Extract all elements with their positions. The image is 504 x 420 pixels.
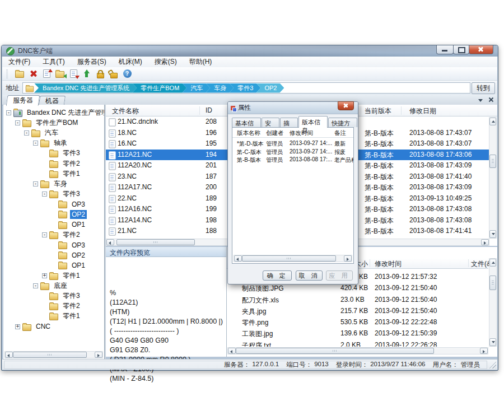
send-up-icon[interactable] [80,68,94,80]
col-creator[interactable]: 创建者 [266,129,284,137]
upload-file-icon[interactable] [40,68,53,80]
breadcrumb-segment[interactable]: 零件3 [229,83,260,93]
tree-item[interactable]: OP3 [3,199,104,209]
attachment-row[interactable]: 夹具.jpg 215.7 KB 2013-09-12 21:50:40 [227,306,488,317]
attachment-hscrollbar[interactable] [227,347,488,354]
dialog-tab[interactable]: 版本信息 [298,116,328,128]
tree-item[interactable]: - 汽车 [3,128,104,138]
help-icon[interactable] [120,68,134,80]
file-list-vscrollbar[interactable] [489,117,497,239]
menu-item[interactable]: 工具(T) [36,56,71,68]
attachment-row[interactable]: 子程序.txt 2.0 KB 2013-09-12 22:26:28 [227,340,488,347]
tree-hscrollbar[interactable] [4,351,103,358]
col-id[interactable]: ID [206,106,212,114]
tree-item-label: Bandex DNC 先进生产管理系统 [25,108,104,118]
tab-server[interactable]: 服务器 [6,95,40,106]
tree-item[interactable]: - 底座 [3,281,104,291]
menu-item[interactable]: 机床(M) [113,56,148,68]
col-modified-time[interactable]: 修改时间 [290,129,313,137]
title-bar[interactable]: DNC客户端 [2,45,498,57]
menu-item[interactable]: 搜索(S) [148,56,183,68]
tree-expander[interactable]: - [42,232,47,237]
delete-icon[interactable] [26,68,40,80]
file-version: 第-B-版本 [365,216,394,226]
dialog-close-button[interactable] [338,101,354,110]
close-button[interactable] [469,45,493,54]
col-current-version[interactable]: 当前版本 [365,106,391,116]
breadcrumb-segment[interactable]: 零件生产BOM [132,83,186,93]
attachment-row[interactable]: 工装图.jpg 139.6 KB 2013-09-12 21:50:39 [227,328,488,339]
col-time[interactable]: 修改时间 [375,259,402,269]
tree-item[interactable]: 零件1 [3,311,104,321]
attachment-row[interactable]: 配刀文件.xls 23.0 KB 2013-09-12 21:50:40 [227,295,488,306]
tree-expander[interactable]: - [33,141,38,146]
tree-item[interactable]: - Bandex DNC 先进生产管理系统 [3,108,104,118]
version-info-page: 版本名称 创建者 修改时间 备注 *第-D-版本 管理员 2013-09-27 … [232,127,354,264]
col-file-name[interactable]: 文件名称 [112,106,139,116]
tree-item[interactable]: 零件2 [3,158,104,169]
dialog-tab[interactable]: 快捷方式 [328,118,357,127]
menu-item[interactable]: 文件(F) [2,56,36,68]
tree-item[interactable]: OP3 [3,240,104,250]
tree-item[interactable]: - 零件生产BOM [3,118,104,128]
tree-expander[interactable]: - [33,181,38,186]
tree-item[interactable]: + CNC [3,321,104,332]
resize-grip[interactable] [489,361,496,368]
col-note[interactable]: 备注 [334,129,346,137]
tree-item[interactable]: - 零件3 [3,189,104,199]
cancel-button[interactable]: 取 消 [296,270,323,281]
ok-button[interactable]: 确 定 [263,270,292,281]
go-button[interactable]: 转到 [472,82,495,94]
tree-expander[interactable]: - [24,130,29,136]
dialog-tab[interactable]: 基本信息 [232,118,261,127]
tree-item[interactable]: 零件3 [3,291,104,301]
download-file-icon[interactable] [67,68,80,80]
tree-item[interactable]: OP2 [3,250,104,260]
dialog-tab[interactable]: 摘要 [280,118,298,127]
tree-item[interactable]: OP2 [3,209,104,220]
tree-expander[interactable]: - [6,110,11,115]
dialog-hscrollbar[interactable] [234,255,352,262]
tree-expander[interactable]: - [42,192,47,197]
checkout-folder-icon[interactable] [53,68,67,80]
tab-close-icon[interactable] [488,97,494,102]
folder-icon [49,273,58,280]
tree-expander[interactable]: + [15,324,20,329]
chevron-down-icon[interactable] [478,99,483,102]
version-row[interactable]: 第-B-版本 管理员 2013-08-08 17:... 老产品程序 [232,155,353,164]
menu-item[interactable]: 服务器(S) [71,56,113,68]
tree-item[interactable]: 零件1 [3,169,104,179]
attachment-row[interactable]: 制品顶图.JPG 420.4 KB 2013-09-12 21:50:40 [227,283,488,294]
version-row[interactable]: 第-C-版本 管理员 2013-09-27 14:... 报废 [232,147,353,156]
tree-expander[interactable]: - [15,120,20,125]
tree-item[interactable]: + 零件1 [3,270,104,281]
unlock-icon[interactable] [107,68,120,80]
dialog-tab[interactable]: 安全 [262,118,279,127]
attachment-vscrollbar[interactable] [489,258,497,347]
tree-expander[interactable]: - [33,283,38,288]
tree-item[interactable]: 零件3 [3,148,104,158]
tree-item[interactable]: - 零件2 [3,230,104,240]
tree-item[interactable]: OP1 [3,220,104,230]
tree-expander[interactable]: + [42,273,47,278]
minimize-button[interactable] [436,45,454,54]
attachment-row[interactable]: 零件.png 530.5 KB 2013-09-12 22:22:48 [227,317,488,328]
file-version: 第-B-版本 [365,172,394,182]
file-icon [109,184,115,192]
version-row[interactable]: *第-D-版本 管理员 2013-09-27 14:... 最新 [232,139,353,147]
menu-item[interactable]: 帮助(H) [183,56,218,68]
preview-line: (MIN - Z-84.5) [110,374,226,384]
col-version-name[interactable]: 版本名称 [237,129,260,137]
col-modified-date[interactable]: 修改日期 [409,106,436,116]
file-version: 第-B-版本 [365,151,394,160]
lock-icon[interactable] [94,68,107,80]
tree-item[interactable]: 零件2 [3,301,104,311]
tab-machine[interactable]: 机器 [39,96,66,105]
address-field[interactable]: Bandex DNC 先进生产管理系统零件生产BOM汽车车身零件3OP2 [22,82,470,94]
tree-item[interactable]: OP1 [3,260,104,270]
maximize-button[interactable] [453,45,469,54]
breadcrumb-segment[interactable]: Bandex DNC 先进生产管理系统 [34,83,137,93]
tree-item[interactable]: - 车身 [3,179,104,189]
tree-item[interactable]: - 轴承 [3,138,104,148]
folder-icon[interactable] [13,68,26,80]
